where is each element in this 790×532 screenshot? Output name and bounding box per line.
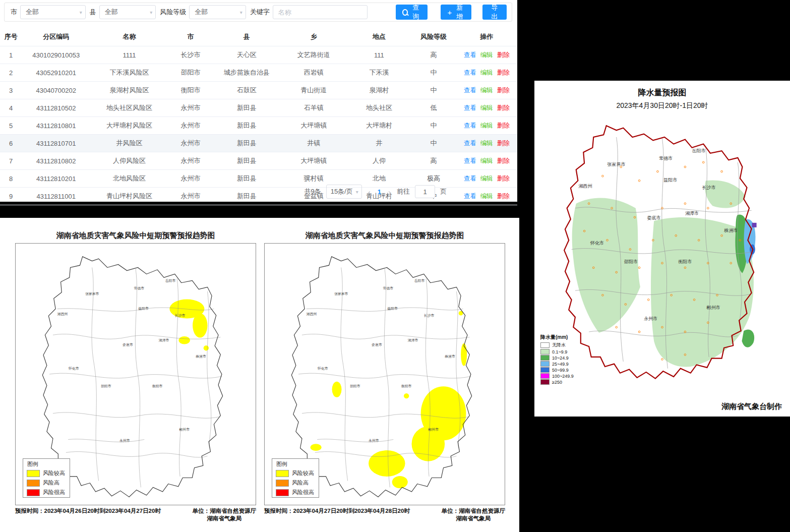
col-header-code: 分区编码 (22, 28, 90, 46)
table-header-row: 序号 分区编码 名称 市 县 乡 地点 风险等级 操作 (0, 28, 517, 46)
view-link[interactable]: 查看 (464, 51, 476, 58)
cell-town: 井镇 (280, 135, 347, 152)
delete-link[interactable]: 删除 (497, 157, 510, 164)
map-city-label: 衡阳市 (678, 259, 692, 264)
cell-no: 8 (0, 170, 22, 188)
col-header-city: 市 (168, 28, 213, 46)
delete-link[interactable]: 删除 (497, 122, 510, 129)
legend-body: 风险较高风险高风险很高 (23, 468, 70, 497)
risk-map-box-1: 张家界市常德市湘西州岳阳市益阳市长沙市怀化市娄底市湘潭市株洲市邵阳市衡阳市永州市… (15, 243, 256, 505)
legend-row: 25~49.9 (540, 361, 574, 367)
delete-link[interactable]: 删除 (497, 87, 510, 94)
delete-link[interactable]: 删除 (497, 175, 510, 182)
forecast-time-2: 预报时间：2023年04月27日20时到2023年04月28日20时 (264, 507, 410, 522)
cell-actions: 查看编辑删除 (456, 82, 517, 99)
edit-link[interactable]: 编辑 (480, 175, 493, 182)
table-row: 143010290100531111长沙市天心区文艺路街道111高查看编辑删除 (0, 46, 517, 64)
cell-no: 3 (0, 82, 22, 99)
cell-risk: 中 (411, 117, 456, 135)
delete-link[interactable]: 删除 (497, 69, 510, 76)
delete-link[interactable]: 删除 (497, 193, 510, 200)
precip-legend-body: 无降水0.1~9.910~24.925~49.950~99.9100~249.9… (540, 342, 574, 385)
risk-forecast-maps-panel: 湖南省地质灾害气象风险中短期预警预报趋势图 张家界市常德市湘西州岳阳市益阳市长沙… (0, 218, 519, 532)
current-page[interactable]: 1 (377, 188, 382, 196)
view-link[interactable]: 查看 (464, 157, 476, 164)
legend-label: ≥250 (552, 380, 562, 385)
map-city-label: 常德市 (383, 286, 394, 290)
city-select[interactable]: 全部 ▾ (20, 5, 86, 19)
unit-label: 单位： (442, 508, 459, 514)
unit-info-2: 单位：湖南省自然资源厅 湖南省气象局 (442, 507, 506, 522)
precip-map-title: 降水量预报图 (534, 81, 790, 98)
risk-map-figure-2: 湖南省地质灾害气象风险中短期预警预报趋势图 张家界市常德市湘西州岳阳市益 (264, 231, 505, 522)
map-city-label: 益阳市 (663, 178, 677, 183)
risk-level-filter-label: 风险等级 (160, 8, 186, 17)
goto-label: 前往 (397, 187, 410, 196)
cell-code: 43112811001 (22, 188, 90, 205)
cell-name: 井风险区 (90, 135, 168, 152)
table-row: 443112810502地头社区风险区永州市新田县石羊镇地头社区低查看编辑删除 (0, 99, 517, 117)
cell-city: 永州市 (168, 188, 213, 205)
view-link[interactable]: 查看 (464, 193, 476, 200)
cell-name: 下禾溪风险区 (90, 64, 168, 82)
cell-name: 1111 (90, 46, 168, 64)
map-city-label: 常德市 (134, 286, 145, 290)
export-button[interactable]: 导出 (482, 5, 507, 20)
map-city-label: 岳阳市 (692, 148, 706, 153)
risk-level-select[interactable]: 全部 ▾ (189, 5, 246, 19)
legend-swatch (276, 489, 289, 496)
edit-link[interactable]: 编辑 (480, 69, 493, 76)
county-select[interactable]: 全部 ▾ (99, 5, 156, 19)
cell-risk: 中 (411, 64, 456, 82)
unit-info-1: 单位：湖南省自然资源厅 湖南省气象局 (193, 507, 257, 522)
edit-link[interactable]: 编辑 (480, 51, 493, 58)
risk-map-title-2: 湖南省地质灾害气象风险中短期预警预报趋势图 (264, 231, 505, 241)
map-city-label: 永州市 (369, 439, 379, 442)
view-link[interactable]: 查看 (464, 175, 476, 182)
search-button[interactable]: 查询 (396, 5, 428, 20)
map-city-label: 湘西州 (57, 312, 68, 316)
delete-link[interactable]: 删除 (497, 104, 510, 111)
edit-link[interactable]: 编辑 (480, 122, 493, 129)
forecast-time-1: 预报时间：2023年04月26日20时到2023年04月27日20时 (15, 507, 161, 522)
legend-swatch (540, 355, 550, 361)
map-city-label: 湘潭市 (685, 211, 699, 216)
edit-link[interactable]: 编辑 (480, 140, 493, 147)
goto-page-input[interactable] (415, 185, 435, 198)
legend-row: 风险较高 (23, 468, 70, 478)
map-city-label: 娄底市 (647, 215, 661, 220)
map-legend-2: 图例 风险较高风险高风险很高 (272, 458, 319, 498)
chevron-down-icon: ▾ (150, 10, 152, 15)
unit-label: 单位： (193, 508, 210, 514)
view-link[interactable]: 查看 (464, 87, 476, 94)
keyword-input[interactable] (273, 5, 368, 19)
edit-link[interactable]: 编辑 (480, 87, 493, 94)
cell-county: 城步苗族自治县 (213, 64, 280, 82)
view-link[interactable]: 查看 (464, 122, 476, 129)
legend-swatch (276, 480, 289, 487)
cell-county: 新田县 (213, 117, 280, 135)
view-link[interactable]: 查看 (464, 69, 476, 76)
delete-link[interactable]: 删除 (497, 51, 510, 58)
prev-page-button[interactable]: ‹ (367, 188, 372, 196)
cell-code: 43112810701 (22, 135, 90, 152)
risk-table-body: 143010290100531111长沙市天心区文艺路街道111高查看编辑删除2… (0, 46, 517, 205)
next-page-button[interactable]: › (387, 188, 392, 196)
legend-swatch (540, 342, 550, 348)
edit-link[interactable]: 编辑 (480, 157, 493, 164)
map-city-label: 衡阳市 (401, 384, 412, 388)
edit-link[interactable]: 编辑 (480, 104, 493, 111)
view-link[interactable]: 查看 (464, 104, 476, 111)
cell-place: 111 (347, 46, 411, 64)
cell-county: 新田县 (213, 152, 280, 170)
view-link[interactable]: 查看 (464, 140, 476, 147)
legend-label: 无降水 (552, 342, 566, 348)
cell-place: 大坪塘村 (347, 117, 411, 135)
page-size-select[interactable]: 15条/页 ▾ (326, 185, 362, 199)
map-legend-1: 图例 风险较高风险高风险很高 (23, 458, 70, 498)
delete-link[interactable]: 删除 (497, 140, 510, 147)
edit-link[interactable]: 编辑 (480, 193, 493, 200)
cell-actions: 查看编辑删除 (456, 135, 517, 152)
add-button[interactable]: + 新增 (441, 5, 471, 20)
col-header-county: 县 (213, 28, 280, 46)
